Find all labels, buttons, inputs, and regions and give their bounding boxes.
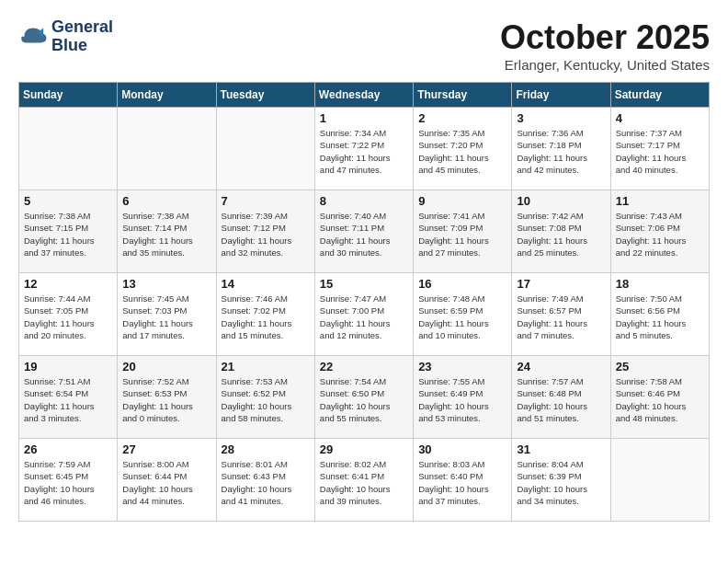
calendar-table: SundayMondayTuesdayWednesdayThursdayFrid…	[18, 82, 710, 522]
calendar-cell: 4Sunrise: 7:37 AM Sunset: 7:17 PM Daylig…	[610, 108, 709, 190]
calendar-cell: 1Sunrise: 7:34 AM Sunset: 7:22 PM Daylig…	[314, 108, 413, 190]
day-info: Sunrise: 7:57 AM Sunset: 6:48 PM Dayligh…	[517, 375, 605, 424]
logo-line2: Blue	[51, 37, 113, 55]
day-info: Sunrise: 7:39 AM Sunset: 7:12 PM Dayligh…	[222, 210, 310, 259]
calendar-cell: 22Sunrise: 7:54 AM Sunset: 6:50 PM Dayli…	[314, 356, 413, 439]
day-number: 19	[24, 360, 112, 373]
day-number: 26	[24, 442, 112, 456]
day-info: Sunrise: 7:46 AM Sunset: 7:02 PM Dayligh…	[222, 293, 310, 341]
day-info: Sunrise: 7:45 AM Sunset: 7:03 PM Dayligh…	[122, 293, 210, 341]
day-number: 8	[320, 194, 408, 208]
day-info: Sunrise: 7:35 AM Sunset: 7:20 PM Dayligh…	[418, 127, 506, 176]
calendar-cell: 20Sunrise: 7:52 AM Sunset: 6:53 PM Dayli…	[118, 356, 216, 439]
calendar-cell: 30Sunrise: 8:03 AM Sunset: 6:40 PM Dayli…	[414, 439, 512, 522]
calendar-cell: 13Sunrise: 7:45 AM Sunset: 7:03 PM Dayli…	[118, 273, 216, 356]
day-number: 23	[418, 360, 506, 373]
day-info: Sunrise: 7:34 AM Sunset: 7:22 PM Dayligh…	[320, 127, 408, 176]
calendar-cell: 5Sunrise: 7:38 AM Sunset: 7:15 PM Daylig…	[19, 190, 118, 273]
logo-line1: General	[51, 18, 113, 37]
calendar-cell: 25Sunrise: 7:58 AM Sunset: 6:46 PM Dayli…	[610, 356, 709, 439]
week-row-3: 12Sunrise: 7:44 AM Sunset: 7:05 PM Dayli…	[19, 273, 710, 356]
day-info: Sunrise: 7:43 AM Sunset: 7:06 PM Dayligh…	[616, 210, 704, 259]
calendar-cell: 18Sunrise: 7:50 AM Sunset: 6:56 PM Dayli…	[610, 273, 709, 356]
weekday-header-row: SundayMondayTuesdayWednesdayThursdayFrid…	[19, 83, 710, 108]
day-info: Sunrise: 7:41 AM Sunset: 7:09 PM Dayligh…	[418, 210, 506, 259]
logo-icon	[18, 22, 48, 52]
week-row-4: 19Sunrise: 7:51 AM Sunset: 6:54 PM Dayli…	[19, 356, 710, 439]
calendar-cell: 2Sunrise: 7:35 AM Sunset: 7:20 PM Daylig…	[414, 108, 512, 190]
weekday-header-wednesday: Wednesday	[314, 83, 413, 108]
day-number: 7	[222, 194, 310, 208]
day-number: 6	[122, 194, 210, 208]
calendar-cell: 9Sunrise: 7:41 AM Sunset: 7:09 PM Daylig…	[414, 190, 512, 273]
day-number: 11	[616, 194, 704, 208]
calendar-cell: 7Sunrise: 7:39 AM Sunset: 7:12 PM Daylig…	[216, 190, 314, 273]
week-row-5: 26Sunrise: 7:59 AM Sunset: 6:45 PM Dayli…	[19, 439, 710, 522]
day-number: 3	[517, 111, 605, 125]
page-header: General Blue October 2025 Erlanger, Kent…	[18, 18, 710, 73]
day-info: Sunrise: 7:49 AM Sunset: 6:57 PM Dayligh…	[517, 293, 605, 341]
calendar-cell: 11Sunrise: 7:43 AM Sunset: 7:06 PM Dayli…	[610, 190, 709, 273]
day-number: 2	[418, 111, 506, 125]
calendar-cell: 17Sunrise: 7:49 AM Sunset: 6:57 PM Dayli…	[512, 273, 610, 356]
weekday-header-thursday: Thursday	[414, 83, 512, 108]
week-row-1: 1Sunrise: 7:34 AM Sunset: 7:22 PM Daylig…	[19, 108, 710, 190]
calendar-cell: 27Sunrise: 8:00 AM Sunset: 6:44 PM Dayli…	[118, 439, 216, 522]
day-number: 20	[122, 360, 210, 373]
calendar-cell: 14Sunrise: 7:46 AM Sunset: 7:02 PM Dayli…	[216, 273, 314, 356]
day-info: Sunrise: 7:53 AM Sunset: 6:52 PM Dayligh…	[222, 375, 310, 424]
day-info: Sunrise: 7:37 AM Sunset: 7:17 PM Dayligh…	[616, 127, 704, 176]
day-number: 15	[320, 277, 408, 291]
day-info: Sunrise: 8:00 AM Sunset: 6:44 PM Dayligh…	[122, 458, 210, 507]
calendar-cell: 28Sunrise: 8:01 AM Sunset: 6:43 PM Dayli…	[216, 439, 314, 522]
location: Erlanger, Kentucky, United States	[500, 57, 710, 73]
calendar-cell: 19Sunrise: 7:51 AM Sunset: 6:54 PM Dayli…	[19, 356, 118, 439]
day-number: 25	[616, 360, 704, 373]
day-info: Sunrise: 8:03 AM Sunset: 6:40 PM Dayligh…	[418, 458, 506, 507]
day-info: Sunrise: 7:38 AM Sunset: 7:15 PM Dayligh…	[24, 210, 112, 259]
day-number: 10	[517, 194, 605, 208]
day-info: Sunrise: 7:54 AM Sunset: 6:50 PM Dayligh…	[320, 375, 408, 424]
day-info: Sunrise: 7:47 AM Sunset: 7:00 PM Dayligh…	[320, 293, 408, 341]
day-info: Sunrise: 7:55 AM Sunset: 6:49 PM Dayligh…	[418, 375, 506, 424]
calendar-cell: 31Sunrise: 8:04 AM Sunset: 6:39 PM Dayli…	[512, 439, 610, 522]
day-number: 24	[517, 360, 605, 373]
day-info: Sunrise: 7:40 AM Sunset: 7:11 PM Dayligh…	[320, 210, 408, 259]
month-title: October 2025	[500, 18, 710, 57]
day-info: Sunrise: 8:04 AM Sunset: 6:39 PM Dayligh…	[517, 458, 605, 507]
day-info: Sunrise: 7:42 AM Sunset: 7:08 PM Dayligh…	[517, 210, 605, 259]
calendar-cell: 21Sunrise: 7:53 AM Sunset: 6:52 PM Dayli…	[216, 356, 314, 439]
day-info: Sunrise: 7:51 AM Sunset: 6:54 PM Dayligh…	[24, 375, 112, 424]
day-number: 27	[122, 442, 210, 456]
day-info: Sunrise: 7:58 AM Sunset: 6:46 PM Dayligh…	[616, 375, 704, 424]
calendar-cell: 29Sunrise: 8:02 AM Sunset: 6:41 PM Dayli…	[314, 439, 413, 522]
day-info: Sunrise: 7:38 AM Sunset: 7:14 PM Dayligh…	[122, 210, 210, 259]
day-number: 31	[517, 442, 605, 456]
calendar-cell: 3Sunrise: 7:36 AM Sunset: 7:18 PM Daylig…	[512, 108, 610, 190]
week-row-2: 5Sunrise: 7:38 AM Sunset: 7:15 PM Daylig…	[19, 190, 710, 273]
day-number: 16	[418, 277, 506, 291]
calendar-cell: 26Sunrise: 7:59 AM Sunset: 6:45 PM Dayli…	[19, 439, 118, 522]
day-info: Sunrise: 7:48 AM Sunset: 6:59 PM Dayligh…	[418, 293, 506, 341]
calendar-cell: 23Sunrise: 7:55 AM Sunset: 6:49 PM Dayli…	[414, 356, 512, 439]
weekday-header-sunday: Sunday	[19, 83, 118, 108]
calendar-cell	[118, 108, 216, 190]
day-number: 9	[418, 194, 506, 208]
calendar-cell	[216, 108, 314, 190]
day-number: 22	[320, 360, 408, 373]
day-number: 21	[222, 360, 310, 373]
weekday-header-monday: Monday	[118, 83, 216, 108]
weekday-header-friday: Friday	[512, 83, 610, 108]
calendar-cell: 15Sunrise: 7:47 AM Sunset: 7:00 PM Dayli…	[314, 273, 413, 356]
day-number: 30	[418, 442, 506, 456]
calendar-cell: 10Sunrise: 7:42 AM Sunset: 7:08 PM Dayli…	[512, 190, 610, 273]
day-number: 4	[616, 111, 704, 125]
calendar-cell	[19, 108, 118, 190]
day-number: 14	[222, 277, 310, 291]
day-info: Sunrise: 7:52 AM Sunset: 6:53 PM Dayligh…	[122, 375, 210, 424]
day-number: 18	[616, 277, 704, 291]
calendar-cell	[610, 439, 709, 522]
day-number: 28	[222, 442, 310, 456]
day-info: Sunrise: 8:02 AM Sunset: 6:41 PM Dayligh…	[320, 458, 408, 507]
day-number: 5	[24, 194, 112, 208]
